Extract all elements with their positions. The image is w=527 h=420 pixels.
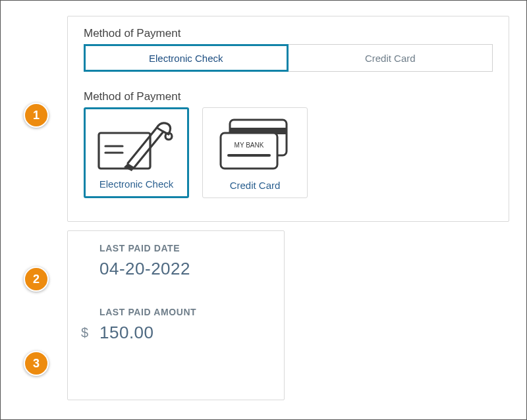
segment-electronic-check-label: Electronic Check xyxy=(149,53,223,64)
currency-symbol: $ xyxy=(81,325,88,340)
svg-point-3 xyxy=(165,133,172,140)
svg-rect-6 xyxy=(221,133,277,169)
method-heading-1: Method of Payment xyxy=(84,27,493,40)
segment-credit-card[interactable]: Credit Card xyxy=(289,44,493,72)
last-paid-amount-value: 150.00 xyxy=(99,323,269,343)
svg-rect-0 xyxy=(99,133,150,169)
last-paid-date-value: 04-20-2022 xyxy=(99,259,269,279)
step-badge-2: 2 xyxy=(24,267,49,292)
segment-electronic-check[interactable]: Electronic Check xyxy=(84,44,289,72)
card-credit-card[interactable]: MY BANK Credit Card xyxy=(202,107,308,198)
last-paid-date-label: LAST PAID DATE xyxy=(99,243,269,253)
payment-method-segmented-control: Electronic Check Credit Card xyxy=(84,44,493,72)
last-paid-panel: LAST PAID DATE 04-20-2022 LAST PAID AMOU… xyxy=(67,230,285,400)
method-heading-2: Method of Payment xyxy=(84,90,493,103)
segment-credit-card-label: Credit Card xyxy=(365,53,416,64)
step-badge-2-number: 2 xyxy=(33,273,40,286)
credit-card-icon: MY BANK xyxy=(203,108,307,180)
bank-text: MY BANK xyxy=(235,142,264,149)
method-of-payment-panel: Method of Payment Electronic Check Credi… xyxy=(67,16,509,222)
step-badge-1: 1 xyxy=(24,103,49,128)
payment-method-card-row: Electronic Check MY BANK xyxy=(84,107,493,198)
card-electronic-check[interactable]: Electronic Check xyxy=(84,107,189,198)
screenshot-canvas: 1 2 3 Method of Payment Electronic Check… xyxy=(0,0,527,420)
card-credit-card-label: Credit Card xyxy=(230,180,281,191)
last-paid-amount-block: LAST PAID AMOUNT $ 150.00 xyxy=(82,307,269,343)
card-electronic-check-label: Electronic Check xyxy=(99,178,174,190)
last-paid-date-block: LAST PAID DATE 04-20-2022 xyxy=(82,243,269,279)
step-badge-1-number: 1 xyxy=(33,109,40,122)
step-badge-3-number: 3 xyxy=(33,357,40,371)
step-badge-3: 3 xyxy=(24,351,49,376)
electronic-check-icon xyxy=(86,109,187,178)
last-paid-amount-label: LAST PAID AMOUNT xyxy=(99,307,269,317)
